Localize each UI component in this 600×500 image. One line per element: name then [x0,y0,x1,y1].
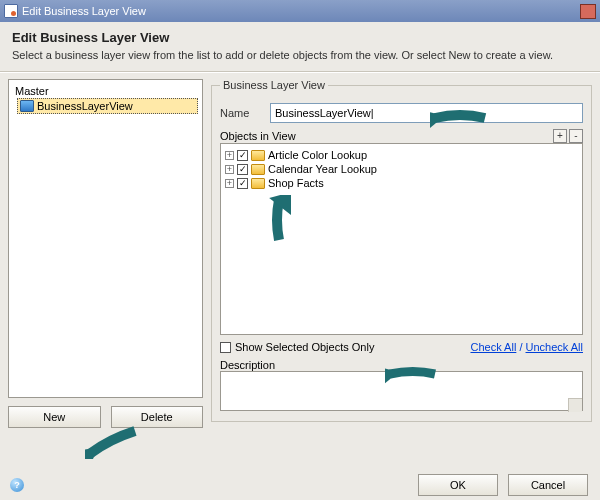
object-label: Article Color Lookup [268,149,367,161]
expand-icon[interactable]: + [225,179,234,188]
tree-item-label: BusinessLayerView [37,100,133,112]
close-icon[interactable] [580,4,596,19]
description-input[interactable] [220,371,583,411]
folder-icon [251,178,265,189]
uncheck-all-link[interactable]: Uncheck All [526,341,583,353]
tree-root-label: Master [15,85,49,97]
new-button[interactable]: New [8,406,101,428]
objects-tree[interactable]: + ✓ Article Color Lookup + ✓ Calendar Ye… [220,143,583,335]
show-selected-label: Show Selected Objects Only [235,341,374,353]
layer-view-icon [20,100,34,112]
objects-label: Objects in View [220,130,296,142]
tree-root[interactable]: Master [13,84,198,98]
object-row[interactable]: + ✓ Article Color Lookup [225,148,578,162]
business-layer-view-group: Business Layer View Name Objects in View… [211,79,592,422]
name-input[interactable] [270,103,583,123]
folder-icon [251,150,265,161]
tree-tools: +- [551,129,583,143]
delete-button[interactable]: Delete [111,406,204,428]
resize-grip-icon [568,398,582,412]
title-bar: Edit Business Layer View [0,0,600,22]
dialog-header: Edit Business Layer View Select a busine… [0,22,600,67]
name-label: Name [220,107,260,119]
left-panel: Master BusinessLayerView New Delete [8,79,203,428]
object-row[interactable]: + ✓ Calendar Year Lookup [225,162,578,176]
object-label: Shop Facts [268,177,324,189]
object-label: Calendar Year Lookup [268,163,377,175]
view-tree[interactable]: Master BusinessLayerView [8,79,203,398]
window-title: Edit Business Layer View [22,5,146,17]
checkbox[interactable]: ✓ [237,178,248,189]
expand-icon[interactable]: + [225,151,234,160]
object-row[interactable]: + ✓ Shop Facts [225,176,578,190]
help-icon[interactable]: ? [10,478,24,492]
tree-item-selected[interactable]: BusinessLayerView [17,98,198,114]
page-title: Edit Business Layer View [12,30,588,45]
divider [0,71,600,73]
right-panel: Business Layer View Name Objects in View… [211,79,592,428]
check-all-link[interactable]: Check All [470,341,516,353]
desc-label: Description [220,359,583,371]
annotation-arrow [85,425,140,459]
app-icon [4,4,18,18]
checkbox[interactable]: ✓ [237,150,248,161]
show-selected-checkbox[interactable] [220,342,231,353]
collapse-all-icon[interactable]: - [569,129,583,143]
checkbox[interactable]: ✓ [237,164,248,175]
expand-icon[interactable]: + [225,165,234,174]
page-subtitle: Select a business layer view from the li… [12,49,588,61]
check-links: Check All / Uncheck All [470,341,583,353]
ok-button[interactable]: OK [418,474,498,496]
group-legend: Business Layer View [220,79,328,91]
cancel-button[interactable]: Cancel [508,474,588,496]
folder-icon [251,164,265,175]
expand-all-icon[interactable]: + [553,129,567,143]
